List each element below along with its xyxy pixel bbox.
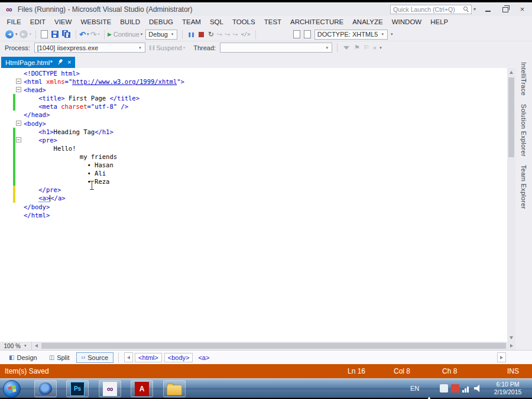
tab-htmlpage[interactable]: HtmlPage.html* × (1, 57, 75, 68)
code-line[interactable]: −<head> (0, 86, 507, 94)
vertical-scrollbar-thumb[interactable] (508, 77, 514, 157)
toolbar2-overflow-icon[interactable]: ▾ (379, 46, 382, 50)
continue-play-icon[interactable]: ▶ (108, 31, 112, 37)
menu-help[interactable]: HELP (426, 17, 453, 27)
process-dropdown[interactable]: [1040] iisexpress.exe▾ (34, 43, 145, 53)
continue-button[interactable]: Continue (113, 31, 140, 38)
menu-sql[interactable]: SQL (205, 17, 228, 27)
code-line[interactable]: </html> (0, 211, 507, 219)
menu-tools[interactable]: TOOLS (228, 17, 259, 27)
continue-dropdown-icon[interactable]: ▾ (141, 32, 143, 37)
code-line[interactable]: <a></a> (0, 194, 507, 202)
tray-alert-icon[interactable] (451, 384, 459, 392)
scroll-up-icon[interactable] (507, 68, 515, 76)
next-document-icon[interactable] (304, 30, 311, 38)
restart-icon[interactable]: ↻ (208, 31, 214, 38)
code-line[interactable]: </head> (0, 111, 507, 119)
code-markup-icon[interactable]: </> (241, 31, 250, 37)
breadcrumb-right-icon[interactable] (497, 352, 506, 362)
quick-launch-dropdown-icon[interactable]: ▾ (473, 7, 476, 12)
breadcrumb-left-icon[interactable] (124, 352, 133, 362)
navigate-back-icon[interactable]: ◀ (5, 30, 14, 38)
quick-launch-input[interactable]: Quick Launch (Ctrl+Q) (390, 5, 472, 14)
code-line[interactable]: −<html xmlns="http://www.w3.org/1999/xht… (0, 77, 507, 86)
step-into-icon[interactable]: ↪ (217, 31, 222, 38)
menu-debug[interactable]: DEBUG (145, 17, 178, 27)
fold-collapse-icon[interactable]: − (16, 87, 21, 92)
suspend-dropdown-icon[interactable]: ▾ (183, 46, 186, 50)
code-line[interactable]: • Reza (0, 177, 507, 186)
taskbar-firefox[interactable] (34, 380, 57, 397)
taskbar-photoshop[interactable]: Ps (66, 380, 89, 397)
flag-icon[interactable]: ⚑ (354, 44, 360, 51)
clear-flags-icon[interactable]: × (373, 44, 377, 51)
toolbar-overflow-icon[interactable]: ▾ (391, 32, 393, 37)
breadcrumb-a[interactable]: <a> (195, 353, 212, 362)
suspend-button[interactable]: Suspend (156, 44, 181, 51)
code-line[interactable]: <!DOCTYPE html> (0, 69, 507, 77)
breadcrumb-html[interactable]: <html> (135, 353, 162, 362)
step-out-icon[interactable]: ↪ (232, 31, 238, 38)
network-icon[interactable] (462, 384, 471, 392)
close-button[interactable]: × (514, 2, 531, 16)
zoom-control[interactable]: 100 %▾ (0, 342, 32, 350)
menu-team[interactable]: TEAM (177, 17, 205, 27)
side-tab-solution-explorer[interactable]: Solution Explorer (520, 104, 527, 157)
undo-dropdown-icon[interactable]: ▾ (87, 32, 89, 37)
new-file-icon[interactable] (41, 30, 48, 38)
view-split-button[interactable]: ◫Split (44, 352, 75, 363)
menu-analyze[interactable]: ANALYZE (348, 17, 388, 27)
side-tab-team-explorer[interactable]: Team Explorer (520, 165, 527, 209)
debug-target-dropdown[interactable]: Debug▾ (145, 30, 177, 40)
taskbar-acrobat[interactable]: A (131, 380, 153, 397)
navigate-forward-dropdown-icon[interactable]: ▾ (30, 32, 32, 37)
tab-close-icon[interactable]: × (67, 59, 71, 66)
menu-window[interactable]: WINDOW (387, 17, 426, 27)
code-line[interactable]: </body> (0, 203, 507, 211)
tray-app-icon[interactable] (440, 384, 448, 392)
editor[interactable]: <!DOCTYPE html>−<html xmlns="http://www.… (0, 68, 507, 342)
minimize-button[interactable] (479, 2, 497, 16)
code-line[interactable]: <meta charset="utf-8" /> (0, 102, 507, 111)
code-line[interactable]: −<body> (0, 119, 507, 128)
menu-file[interactable]: FILE (2, 17, 25, 27)
code-line[interactable]: </pre> (0, 186, 507, 194)
scroll-down-icon[interactable] (507, 333, 515, 342)
vertical-scrollbar[interactable] (507, 68, 515, 342)
start-button[interactable] (3, 380, 21, 398)
restore-button[interactable] (497, 2, 514, 16)
redo-icon[interactable]: ↷ (90, 31, 96, 38)
code-line[interactable]: <title> First Page </title> (0, 94, 507, 102)
redo-dropdown-icon[interactable]: ▾ (98, 32, 100, 37)
language-indicator[interactable]: EN (410, 385, 419, 392)
stop-debugging-icon[interactable] (199, 32, 204, 37)
break-all-icon[interactable]: ❚❚ (187, 32, 194, 37)
menu-test[interactable]: TEST (259, 17, 286, 27)
code-line[interactable]: my friends (0, 153, 507, 161)
fold-collapse-icon[interactable]: − (16, 137, 21, 142)
fold-collapse-icon[interactable]: − (16, 121, 21, 126)
navigate-back-dropdown-icon[interactable]: ▾ (15, 32, 18, 37)
suspend-icon[interactable]: ❚❚ (148, 45, 155, 50)
view-source-button[interactable]: ‹›Source (76, 352, 114, 363)
thread-dropdown[interactable]: ▾ (220, 43, 332, 53)
flag-outline-icon[interactable]: ⚐ (364, 44, 369, 51)
scroll-left-icon[interactable] (32, 342, 40, 350)
pin-icon[interactable] (56, 58, 64, 66)
menu-view[interactable]: VIEW (50, 17, 76, 27)
code-line[interactable]: Hello! (0, 144, 507, 153)
breadcrumb-body[interactable]: <body> (164, 353, 193, 362)
undo-icon[interactable]: ↶ (79, 31, 86, 38)
taskbar-visual-studio[interactable]: ∞ (99, 380, 121, 397)
menu-architecture[interactable]: ARCHITECTURE (286, 17, 348, 27)
taskbar-explorer[interactable] (163, 380, 186, 397)
menu-build[interactable]: BUILD (116, 17, 145, 27)
taskbar-clock[interactable]: 6:10 PM 2/19/2015 (488, 381, 527, 396)
menu-website[interactable]: WEBSITE (76, 17, 116, 27)
side-tab-intellitrace[interactable]: IntelliTrace (520, 62, 527, 96)
doctype-dropdown[interactable]: DOCTYPE: XHTML5▾ (314, 30, 388, 40)
view-design-button[interactable]: ◧Design (4, 352, 43, 363)
show-hidden-icons[interactable] (427, 387, 431, 397)
navigate-forward-icon[interactable]: ▶ (20, 30, 28, 38)
filter-funnel-icon[interactable] (343, 46, 349, 50)
